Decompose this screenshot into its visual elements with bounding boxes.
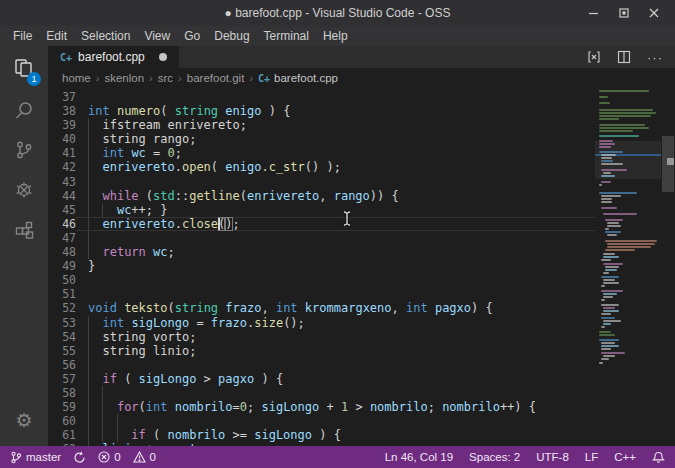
line-number: 41 xyxy=(48,146,76,160)
modified-dot-icon[interactable] xyxy=(159,53,167,61)
line-number: 52 xyxy=(48,301,76,315)
search-icon[interactable] xyxy=(0,90,48,130)
status-git-branch[interactable]: master xyxy=(10,451,61,464)
line-number: 61 xyxy=(48,428,76,442)
cpp-file-icon: C+ xyxy=(258,73,270,84)
status-bell[interactable] xyxy=(652,451,665,464)
code-line-38[interactable]: 38int numero( string enigo ) { xyxy=(48,104,595,118)
code-line-54[interactable]: 54 string vorto; xyxy=(48,330,595,344)
git-branch-icon xyxy=(10,451,22,464)
line-number: 54 xyxy=(48,330,76,344)
text-caret xyxy=(218,218,220,230)
line-number: 57 xyxy=(48,372,76,386)
status-lf[interactable]: LF xyxy=(585,451,598,463)
open-changes-icon[interactable] xyxy=(587,50,601,64)
code-line-60[interactable]: 60 xyxy=(48,414,595,428)
split-editor-icon[interactable] xyxy=(617,50,631,64)
bell-icon xyxy=(652,451,665,464)
code-line-53[interactable]: 53 int sigLongo = frazo.size(); xyxy=(48,316,595,330)
sync-icon xyxy=(73,451,86,464)
code-line-44[interactable]: 44 while (std::getline(enrivereto, rango… xyxy=(48,189,595,203)
extensions-icon[interactable] xyxy=(0,210,48,250)
code-pane[interactable]: 3738int numero( string enigo ) {39 ifstr… xyxy=(48,88,595,446)
menu-file[interactable]: File xyxy=(6,27,39,45)
menu-debug[interactable]: Debug xyxy=(207,27,256,45)
line-number: 58 xyxy=(48,386,76,400)
line-number: 62 xyxy=(48,442,76,446)
warning-icon xyxy=(133,451,146,463)
breadcrumb-item-barefoot.cpp[interactable]: C+barefoot.cpp xyxy=(258,72,338,84)
code-line-62[interactable]: 62 linio += vorto; xyxy=(48,442,595,446)
status-c-[interactable]: C++ xyxy=(614,451,636,463)
menu-selection[interactable]: Selection xyxy=(74,27,137,45)
more-actions-icon[interactable]: ··· xyxy=(647,50,663,65)
menu-edit[interactable]: Edit xyxy=(39,27,74,45)
menu-help[interactable]: Help xyxy=(316,27,355,45)
title-bar: ● barefoot.cpp - Visual Studio Code - OS… xyxy=(0,0,675,26)
status-warning[interactable]: 0 xyxy=(133,451,156,463)
code-line-58[interactable]: 58 xyxy=(48,386,595,400)
minimap[interactable] xyxy=(595,88,661,446)
tab-barefoot-cpp[interactable]: C+ barefoot.cpp xyxy=(48,46,179,68)
source-control-icon[interactable] xyxy=(0,130,48,170)
code-line-40[interactable]: 40 string rango; xyxy=(48,132,595,146)
status-bar: master00 Ln 46, Col 19Spaces: 2UTF-8LFC+… xyxy=(0,446,675,468)
line-number: 48 xyxy=(48,245,76,259)
code-line-50[interactable]: 50 xyxy=(48,273,595,287)
line-number: 39 xyxy=(48,118,76,132)
line-number: 60 xyxy=(48,414,76,428)
code-line-41[interactable]: 41 int wc = 0; xyxy=(48,146,595,160)
line-number: 59 xyxy=(48,400,76,414)
code-line-39[interactable]: 39 ifstream enrivereto; xyxy=(48,118,595,132)
activity-bar: 1 xyxy=(0,46,48,446)
status-utf-8[interactable]: UTF-8 xyxy=(536,451,569,463)
breadcrumb-item-skenlon[interactable]: skenlon xyxy=(104,72,144,84)
code-line-47[interactable]: 47 xyxy=(48,231,595,245)
breadcrumb-item-barefoot.git[interactable]: barefoot.git xyxy=(187,72,245,84)
tab-bar: C+ barefoot.cpp ··· xyxy=(48,46,675,68)
status-ln-46-col-19[interactable]: Ln 46, Col 19 xyxy=(385,451,453,463)
menu-view[interactable]: View xyxy=(137,27,177,45)
editor[interactable]: 3738int numero( string enigo ) {39 ifstr… xyxy=(48,88,675,446)
chevron-right-icon: › xyxy=(178,72,182,84)
maximize-icon[interactable] xyxy=(611,0,637,26)
code-line-49[interactable]: 49} xyxy=(48,259,595,273)
code-line-61[interactable]: 61 if ( nombrilo >= sigLongo ) { xyxy=(48,428,595,442)
code-line-43[interactable]: 43 xyxy=(48,175,595,189)
code-line-59[interactable]: 59 for(int nombrilo=0; sigLongo + 1 > no… xyxy=(48,400,595,414)
window-title: ● barefoot.cpp - Visual Studio Code - OS… xyxy=(225,6,451,20)
line-number: 53 xyxy=(48,316,76,330)
breadcrumb-item-src[interactable]: src xyxy=(158,72,173,84)
debug-icon[interactable] xyxy=(0,170,48,210)
menu-go[interactable]: Go xyxy=(177,27,207,45)
chevron-right-icon: › xyxy=(149,72,153,84)
code-line-55[interactable]: 55 string linio; xyxy=(48,344,595,358)
menu-terminal[interactable]: Terminal xyxy=(257,27,316,45)
code-line-51[interactable]: 51 xyxy=(48,287,595,301)
code-line-46[interactable]: 46 enrivereto.close(); xyxy=(48,217,595,231)
minimize-icon[interactable] xyxy=(581,0,607,26)
code-line-48[interactable]: 48 return wc; xyxy=(48,245,595,259)
line-number: 51 xyxy=(48,287,76,301)
editor-scrollbar[interactable] xyxy=(661,88,675,446)
code-line-45[interactable]: 45 wc++; } xyxy=(48,203,595,217)
close-icon[interactable] xyxy=(641,0,667,26)
code-line-52[interactable]: 52void teksto(string frazo, int krommarg… xyxy=(48,301,595,315)
code-line-42[interactable]: 42 enrivereto.open( enigo.c_str() ); xyxy=(48,160,595,174)
status-spaces-2[interactable]: Spaces: 2 xyxy=(469,451,520,463)
status-sync[interactable] xyxy=(73,451,86,464)
code-line-57[interactable]: 57 if ( sigLongo > pagxo ) { xyxy=(48,372,595,386)
breadcrumb-item-home[interactable]: home xyxy=(62,72,91,84)
error-icon xyxy=(98,451,110,463)
window-controls xyxy=(581,0,667,26)
line-number: 55 xyxy=(48,344,76,358)
status-error[interactable]: 0 xyxy=(98,451,120,463)
explorer-icon[interactable]: 1 xyxy=(0,46,48,90)
line-number: 49 xyxy=(48,259,76,273)
code-line-37[interactable]: 37 xyxy=(48,90,595,104)
code-line-56[interactable]: 56 xyxy=(48,358,595,372)
breadcrumb: home›skenlon›src›barefoot.git›C+barefoot… xyxy=(48,68,675,88)
line-number: 44 xyxy=(48,189,76,203)
line-number: 45 xyxy=(48,203,76,217)
settings-gear-icon[interactable]: ⚙ xyxy=(0,400,48,440)
